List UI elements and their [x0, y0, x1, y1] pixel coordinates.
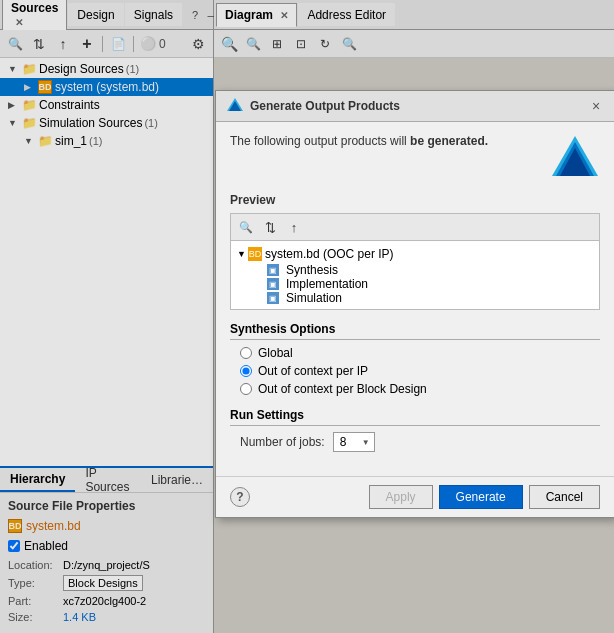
- modal-description: The following output products will be ge…: [230, 134, 488, 148]
- generate-button[interactable]: Generate: [439, 485, 523, 509]
- jobs-select-wrapper: 1 2 4 8 16: [333, 432, 375, 452]
- preview-search-btn[interactable]: 🔍: [235, 216, 257, 238]
- preview-impl-icon: ▣: [267, 278, 279, 290]
- radio-ooc-per-ip: Out of context per IP: [230, 364, 600, 378]
- preview-tree: ▼ BD system.bd (OOC per IP) ▣ Synthesis …: [230, 240, 600, 310]
- cancel-button[interactable]: Cancel: [529, 485, 600, 509]
- preview-sort-updown-btn[interactable]: ⇅: [259, 216, 281, 238]
- jobs-select[interactable]: 1 2 4 8 16: [333, 432, 375, 452]
- radio-ooc-per-ip-input[interactable]: [240, 365, 252, 377]
- preview-bd-icon: BD: [248, 247, 262, 261]
- radio-ooc-per-bd-input[interactable]: [240, 383, 252, 395]
- vivado-logo: [550, 134, 600, 179]
- preview-label: Preview: [230, 193, 600, 207]
- modal-overlay: Generate Output Products × The following…: [0, 0, 614, 633]
- radio-ooc-per-ip-label: Out of context per IP: [258, 364, 368, 378]
- help-button[interactable]: ?: [230, 487, 250, 507]
- radio-ooc-per-bd: Out of context per Block Design: [230, 382, 600, 396]
- radio-ooc-per-bd-label: Out of context per Block Design: [258, 382, 427, 396]
- radio-global: Global: [230, 346, 600, 360]
- apply-button[interactable]: Apply: [369, 485, 433, 509]
- modal-titlebar: Generate Output Products ×: [216, 91, 614, 122]
- synthesis-options: Synthesis Options Global Out of context …: [230, 322, 600, 396]
- preview-sim-icon: ▣: [267, 292, 279, 304]
- modal-body: The following output products will be ge…: [216, 122, 614, 476]
- modal-close-btn[interactable]: ×: [588, 98, 604, 114]
- radio-global-label: Global: [258, 346, 293, 360]
- preview-simulation: ▣ Simulation: [235, 291, 595, 305]
- generate-output-modal: Generate Output Products × The following…: [215, 90, 614, 518]
- preview-toolbar: 🔍 ⇅ ↑: [230, 213, 600, 240]
- radio-global-input[interactable]: [240, 347, 252, 359]
- preview-synthesis: ▣ Synthesis: [235, 263, 595, 277]
- preview-implementation: ▣ Implementation: [235, 277, 595, 291]
- run-settings: Run Settings Number of jobs: 1 2 4 8 16: [230, 408, 600, 452]
- preview-root: ▼ BD system.bd (OOC per IP): [235, 245, 595, 263]
- modal-footer: ? Apply Generate Cancel: [216, 476, 614, 517]
- preview-sort-up-btn[interactable]: ↑: [283, 216, 305, 238]
- preview-synth-icon: ▣: [267, 264, 279, 276]
- jobs-row: Number of jobs: 1 2 4 8 16: [230, 432, 600, 452]
- vivado-title-icon: [226, 97, 244, 115]
